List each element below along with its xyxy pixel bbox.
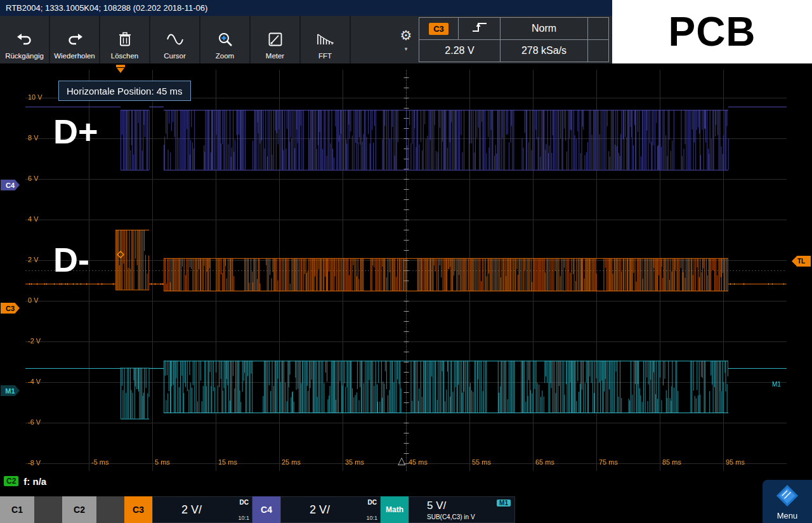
- trigger-source-badge: C3: [429, 23, 449, 35]
- pcb-panel: PCB: [612, 0, 812, 63]
- channel-info-math[interactable]: 5 V/ M1 SUB(C4,C3) in V: [409, 496, 515, 523]
- y-axis-label: 8 V: [28, 134, 39, 142]
- x-axis-label: 45 ms: [409, 458, 428, 466]
- channel-marker-c4[interactable]: C4: [1, 180, 20, 190]
- channel-bar: C1 C2 C3 2 V/ DC 10:1 C4 2 V/ DC 10:1 Ma…: [0, 496, 812, 523]
- channel-tab-c2[interactable]: C2: [62, 496, 96, 523]
- title-bar: RTB2004; 1333.1005K04; 108288 (02.202 20…: [0, 0, 612, 16]
- undo-label: Rückgängig: [5, 52, 44, 60]
- trigger-marker-bar: [116, 65, 125, 67]
- y-axis-label: 6 V: [28, 175, 39, 182]
- x-axis-label: 15 ms: [218, 458, 237, 466]
- x-axis-label: 75 ms: [599, 458, 618, 466]
- waveform-area: 10 V8 V6 V4 V2 V0 V-2 V-4 V-6 V-8 V -5 m…: [0, 63, 812, 472]
- trigger-marker-arrow-icon: [117, 68, 124, 73]
- channel-info-c4[interactable]: 2 V/ DC 10:1: [280, 496, 381, 523]
- m1-trace-label: M1: [772, 381, 781, 388]
- zoom-button[interactable]: Zoom: [200, 16, 251, 63]
- chevron-down-icon: ▾: [405, 46, 408, 51]
- gear-icon: ⚙: [400, 29, 412, 43]
- y-axis-label: 2 V: [28, 256, 39, 263]
- channel-marker-m1[interactable]: M1: [1, 385, 20, 396]
- trigger-source-cell[interactable]: C3: [419, 18, 459, 40]
- trash-icon: [119, 30, 131, 49]
- rising-edge-icon: [471, 20, 488, 37]
- x-axis-label: -5 ms: [91, 458, 109, 466]
- settings-button[interactable]: ⚙ ▾: [393, 16, 419, 63]
- c3-probe-ratio: 10:1: [238, 515, 249, 521]
- horizontal-position-tooltip: Horizontale Position: 45 ms: [58, 81, 191, 101]
- x-axis-label: 85 ms: [662, 458, 681, 466]
- measurement-source-badge: C2: [4, 476, 18, 486]
- delete-button[interactable]: Löschen: [100, 16, 150, 63]
- toolbar: Rückgängig Wiederholen Löschen Cursor: [0, 16, 612, 63]
- channel-tab-math[interactable]: Math: [381, 496, 409, 523]
- redo-label: Wiederholen: [54, 52, 95, 60]
- channel-tab-c3[interactable]: C3: [124, 496, 152, 523]
- spectrum-icon: [317, 30, 334, 49]
- trigger-empty-cell-1: [588, 18, 609, 40]
- meter-button[interactable]: Meter: [251, 16, 301, 63]
- y-axis-label: 0 V: [28, 296, 39, 304]
- sample-rate: 278 kSa/s: [521, 45, 566, 56]
- c4-scale: 2 V/: [281, 497, 358, 522]
- trigger-mode: Norm: [532, 23, 556, 34]
- rohde-schwarz-logo-icon: [776, 484, 799, 510]
- magnifier-icon: [218, 30, 233, 49]
- undo-icon: [16, 30, 33, 49]
- trigger-slope-cell[interactable]: [459, 18, 501, 40]
- math-m1-badge: M1: [497, 500, 511, 506]
- c4-probe-ratio: 10:1: [366, 515, 377, 521]
- d-minus-annotation: D-: [53, 240, 89, 279]
- trigger-level-marker[interactable]: TL: [792, 256, 811, 267]
- c4-coupling: DC: [368, 499, 377, 506]
- time-reference-icon: △: [398, 454, 405, 467]
- x-axis-label: 5 ms: [155, 458, 170, 466]
- oscilloscope-screen: RTB2004; 1333.1005K04; 108288 (02.202 20…: [0, 0, 812, 523]
- pcb-label: PCB: [668, 8, 756, 55]
- zoom-label: Zoom: [216, 52, 234, 60]
- y-axis-label: 4 V: [28, 215, 39, 223]
- y-axis-label: -2 V: [28, 337, 41, 345]
- redo-icon: [67, 30, 83, 49]
- cursor-button[interactable]: Cursor: [150, 16, 200, 63]
- channel-filler-1: [34, 496, 62, 523]
- tooltip-text: Horizontale Position: 45 ms: [67, 86, 183, 96]
- x-axis-label: 65 ms: [535, 458, 554, 466]
- x-axis-label: 35 ms: [345, 458, 364, 466]
- math-formula: SUB(C4,C3) in V: [427, 513, 475, 520]
- undo-button[interactable]: Rückgängig: [0, 16, 50, 63]
- c3-scale: 2 V/: [153, 497, 230, 522]
- x-axis-label: 95 ms: [726, 458, 745, 466]
- redo-button[interactable]: Wiederholen: [50, 16, 100, 63]
- trigger-level-cell[interactable]: 2.28 V: [419, 40, 501, 62]
- delete-label: Löschen: [111, 52, 138, 60]
- y-axis-label: -6 V: [28, 418, 41, 426]
- sample-rate-cell[interactable]: 278 kSa/s: [501, 40, 588, 62]
- trigger-panel: C3 Norm 2.28 V 278 kSa/s: [419, 17, 609, 62]
- fft-button[interactable]: FFT: [301, 16, 351, 63]
- meter-label: Meter: [266, 52, 284, 60]
- channel-tab-c1[interactable]: C1: [0, 496, 34, 523]
- menu-button[interactable]: Menu: [763, 480, 812, 523]
- channel-info-c3[interactable]: 2 V/ DC 10:1: [152, 496, 252, 523]
- channel-tab-c4[interactable]: C4: [252, 496, 280, 523]
- y-axis-label: -4 V: [28, 378, 41, 385]
- channel-marker-c3[interactable]: C3: [1, 303, 20, 314]
- fft-label: FFT: [318, 52, 332, 60]
- menu-label: Menu: [777, 511, 798, 520]
- sine-wave-icon: [166, 30, 184, 49]
- math-scale: 5 V/: [427, 500, 446, 512]
- channel-filler-2: [96, 496, 124, 523]
- y-axis-label: -8 V: [28, 459, 41, 467]
- measurement-bar: C2 f: n/a: [0, 472, 812, 490]
- device-title: RTB2004; 1333.1005K04; 108288 (02.202 20…: [6, 3, 207, 13]
- trigger-empty-cell-2: [588, 40, 609, 62]
- waveform-display[interactable]: [25, 70, 787, 471]
- trigger-position-marker[interactable]: [116, 65, 125, 73]
- trigger-level: 2.28 V: [445, 45, 474, 56]
- d-plus-annotation: D+: [53, 112, 98, 151]
- measurement-value: f: n/a: [23, 476, 46, 487]
- meter-icon: [268, 30, 282, 49]
- trigger-mode-cell[interactable]: Norm: [501, 18, 588, 40]
